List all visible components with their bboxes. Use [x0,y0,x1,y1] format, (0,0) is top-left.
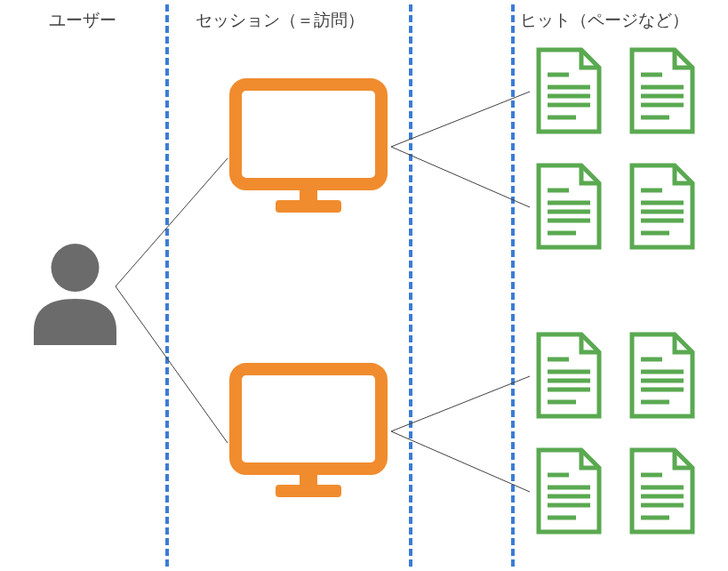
document-icon [627,162,698,254]
header-session: セッション（＝訪問） [196,9,364,32]
monitor-icon-1 [229,78,388,220]
svg-rect-12 [276,485,341,497]
document-icon [533,46,604,139]
document-icon [533,446,604,539]
svg-rect-11 [300,469,317,485]
svg-line-0 [116,158,228,286]
header-hit: ヒット（ページなど） [520,9,689,32]
diagram-canvas: ユーザー セッション（＝訪問） ヒット（ページなど） [0,0,728,571]
document-icon [533,331,604,423]
document-icon [627,46,698,139]
divider-3 [511,4,515,567]
document-icon [533,162,604,254]
header-user: ユーザー [49,9,116,32]
user-icon [28,240,122,349]
svg-rect-10 [236,369,381,469]
svg-rect-7 [236,84,381,184]
monitor-icon-2 [229,363,388,504]
svg-rect-9 [276,200,341,213]
svg-line-1 [116,286,228,443]
divider-2 [409,4,412,567]
document-icon [627,331,698,423]
svg-rect-8 [300,184,317,200]
divider-1 [165,4,169,567]
document-icon [627,446,698,539]
svg-point-6 [52,244,100,292]
